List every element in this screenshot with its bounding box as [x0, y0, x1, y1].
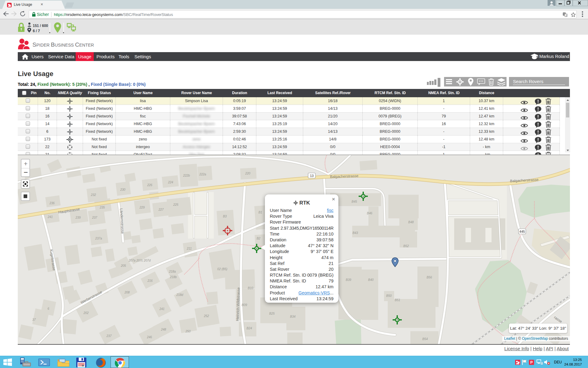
svg-text:6: 6 [47, 307, 49, 310]
svg-text:222a: 222a [199, 173, 206, 176]
svg-text:B25: B25 [269, 312, 275, 315]
svg-text:202: 202 [83, 311, 89, 315]
svg-text:B51: B51 [395, 298, 400, 302]
svg-text:B56: B56 [427, 276, 432, 279]
svg-text:241: 241 [47, 215, 53, 219]
svg-text:207a 207c 207d: 207a 207c 207d [128, 259, 151, 262]
svg-text:232: 232 [91, 193, 96, 197]
svg-text:B50: B50 [386, 294, 392, 297]
svg-text:227: 227 [158, 208, 164, 211]
svg-text:222b: 222b [183, 174, 190, 177]
svg-text:218d: 218d [176, 293, 183, 297]
svg-text:248: 248 [161, 328, 166, 331]
svg-text:64: 64 [82, 365, 84, 367]
svg-text:B24: B24 [247, 327, 252, 330]
svg-text:235: 235 [100, 206, 105, 209]
svg-text:237: 237 [106, 334, 112, 338]
svg-text:236: 236 [49, 201, 55, 205]
svg-text:218b: 218b [170, 275, 177, 279]
svg-text:218a: 218a [169, 270, 176, 273]
svg-text:02 (B5): 02 (B5) [217, 267, 228, 271]
svg-text:37: 37 [32, 318, 36, 321]
svg-text:B45: B45 [352, 200, 357, 203]
svg-text:230: 230 [120, 188, 126, 191]
svg-text:224: 224 [168, 181, 173, 184]
svg-text:B09: B09 [242, 303, 247, 307]
svg-text:246: 246 [147, 335, 152, 339]
svg-text:239: 239 [75, 216, 81, 219]
svg-text:216: 216 [147, 279, 153, 282]
svg-text:205: 205 [121, 264, 126, 267]
svg-text:B34: B34 [290, 315, 296, 318]
svg-text:B52: B52 [403, 244, 409, 248]
svg-text:229: 229 [139, 206, 145, 209]
svg-text:B2: B2 [257, 237, 261, 240]
svg-text:250: 250 [185, 330, 191, 333]
svg-text:208: 208 [124, 291, 130, 294]
svg-text:B54: B54 [422, 337, 428, 341]
svg-text:文: 文 [565, 14, 567, 17]
svg-text:B39: B39 [346, 278, 351, 282]
svg-text:B46: B46 [367, 212, 372, 215]
svg-text:B10: B10 [248, 286, 253, 290]
svg-text:252: 252 [204, 314, 209, 318]
svg-text:241: 241 [159, 307, 165, 311]
svg-text:237: 237 [92, 216, 97, 219]
svg-text:226: 226 [147, 183, 153, 187]
svg-text:225: 225 [173, 203, 179, 206]
svg-text:B40: B40 [368, 278, 374, 282]
svg-text:B3: B3 [223, 215, 227, 218]
svg-text:445: 445 [519, 230, 525, 233]
svg-text:B1: B1 [258, 211, 262, 214]
svg-text:13: 13 [310, 174, 314, 178]
svg-text:237a: 237a [95, 237, 102, 240]
svg-text:211: 211 [187, 247, 192, 250]
svg-text:P: P [530, 360, 533, 365]
svg-text:220: 220 [245, 172, 251, 175]
svg-text:B48: B48 [408, 220, 414, 224]
svg-text:B43: B43 [352, 231, 358, 235]
